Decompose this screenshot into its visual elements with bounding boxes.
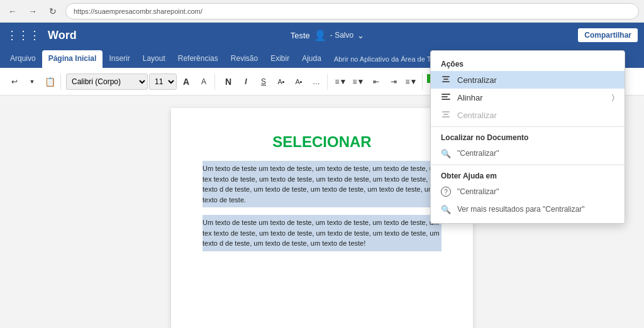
centralizar-item[interactable]: Centralizar [431,71,625,89]
svg-rect-7 [442,111,450,112]
back-button[interactable]: ← [5,4,20,19]
centralizar-label: Centralizar [457,75,614,85]
ver-mais-text: Ver mais resultados para "Centralizar" [457,205,614,214]
find-icon: 🔍 [441,148,451,158]
localizar-section-title: Localizar no Documento [431,129,625,145]
increase-indent-button[interactable]: ⇥ [386,74,402,90]
bullets-button[interactable]: ≡▼ [333,74,349,90]
align-center2-icon [441,110,451,120]
tab-arquivo[interactable]: Arquivo [4,50,42,68]
shrink-font-button[interactable]: A [196,74,212,90]
svg-rect-9 [442,116,450,118]
svg-rect-5 [441,96,448,97]
title-bar-right: Compartilhar [578,28,638,42]
centralizar2-label: Centralizar [457,111,614,120]
more-format-button[interactable]: … [308,74,325,90]
help-icon: ? [441,187,451,197]
localizar-item[interactable]: 🔍 "Centralizar" [431,145,625,162]
svg-rect-8 [443,114,448,115]
font-size-select[interactable]: 11 [149,74,177,90]
numbering-button[interactable]: ≡▼ [350,74,367,90]
decrease-indent-button[interactable]: ⇤ [368,74,384,90]
grow-font-button[interactable]: A [178,74,194,90]
tab-ajuda[interactable]: Ajuda [296,50,328,68]
tab-layout[interactable]: Layout [136,50,172,68]
svg-rect-4 [441,94,450,95]
alinhar-label: Alinhar [457,93,606,102]
forward-button[interactable]: → [25,4,40,19]
tab-referencias[interactable]: Referências [172,50,225,68]
alinhar-item[interactable]: Alinhar 〉 [431,89,625,106]
submenu-arrow-icon: 〉 [612,93,614,102]
tab-revisao[interactable]: Revisão [225,50,264,68]
browser-bar: ← → ↻ https://suaempresacombr.sharepoint… [0,0,644,23]
bold-button[interactable]: N [220,74,236,90]
font-color-button[interactable]: A▪ [291,74,307,90]
highlight-button[interactable]: A▪ [273,74,289,90]
title-bar: ⋮⋮⋮ Word Teste 👤 - Salvo ⌄ Compartilhar [0,23,644,48]
search-more-icon: 🔍 [441,204,451,214]
svg-rect-6 [441,99,450,100]
italic-button[interactable]: I [238,74,254,90]
ver-mais-item[interactable]: 🔍 Ver mais resultados para "Centralizar" [431,200,625,218]
document-paragraph-2: Um texto de teste um texto de teste, um … [203,215,441,251]
doc-title: Teste [291,31,310,40]
document-paragraph-1: Um texto de teste um texto de teste, um … [203,161,441,207]
align-button[interactable]: ≡▼ [403,74,419,90]
waffle-icon[interactable]: ⋮⋮⋮ [6,28,40,42]
underline-button[interactable]: S [255,74,272,90]
centralizar2-item: Centralizar [431,106,625,124]
ajuda-text: "Centralizar" [457,187,614,196]
align-icon [441,92,451,102]
divider-2 [431,165,625,165]
align-center-icon [441,75,451,85]
tab-pagina-inicial[interactable]: Página Inicial [42,50,103,68]
svg-rect-1 [442,76,450,77]
refresh-button[interactable]: ↻ [45,4,60,19]
divider-1 [431,126,625,127]
undo-button[interactable]: ↩ [6,74,23,90]
share-button[interactable]: Compartilhar [578,28,638,42]
tab-exibir[interactable]: Exibir [264,50,296,68]
format-group: N I S A▪ A▪ … [218,74,328,90]
font-name-select[interactable]: Calibri (Corpo) [66,74,148,90]
user-icon: 👤 [314,30,326,41]
paragraph-group: ≡▼ ≡▼ ⇤ ⇥ ≡▼ [330,74,423,90]
clipboard-button[interactable]: 📋 [42,74,58,90]
undo-arrow-button[interactable]: ▼ [24,74,40,90]
acoes-section-title: Ações [431,56,625,71]
ajuda-section-title: Obter Ajuda em [431,168,625,183]
doc-title-area: Teste 👤 - Salvo ⌄ [84,30,571,41]
font-group: Calibri (Corpo) 11 A A [64,74,215,90]
localizar-text: "Centralizar" [457,149,614,158]
dropdown-menu: Ações Centralizar Alinhar 〉 [430,50,625,224]
chevron-down-icon[interactable]: ⌄ [357,31,364,40]
document-page: SELECIONAR Um texto de teste um texto de… [171,108,473,328]
address-bar[interactable]: https://suaempresacombr.sharepoint.com/ [65,3,639,19]
doc-status: - Salvo [330,31,353,40]
undo-group: ↩ ▼ 📋 [4,74,61,90]
url-text: https://suaempresacombr.sharepoint.com/ [74,8,203,15]
svg-rect-3 [442,81,450,82]
tab-inserir[interactable]: Inserir [103,50,136,68]
ajuda-item[interactable]: ? "Centralizar" [431,183,625,200]
app-name: Word [48,29,77,42]
document-heading: SELECIONAR [203,133,441,151]
svg-rect-2 [443,79,448,80]
